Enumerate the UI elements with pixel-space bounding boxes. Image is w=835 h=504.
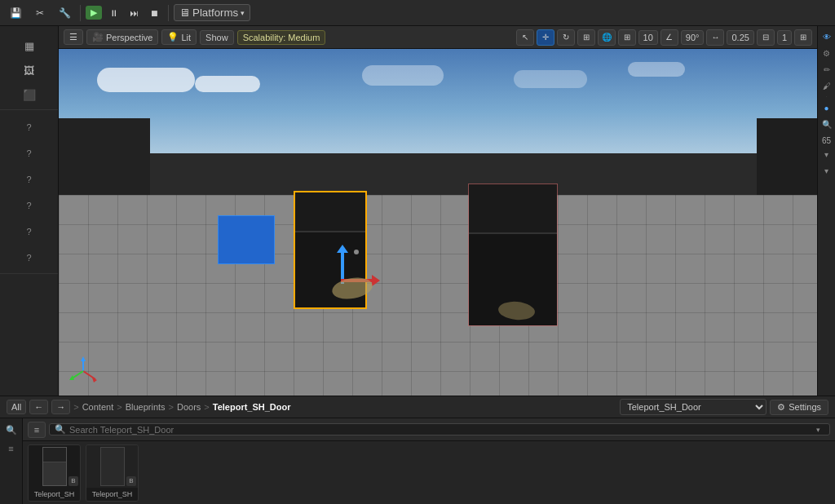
edit-button[interactable]: ✂ (29, 5, 51, 21)
right-settings-button[interactable]: ⚙ (820, 46, 834, 60)
lit-button[interactable]: 💡 Lit (161, 29, 197, 45)
right-search-button[interactable]: 🔍 (820, 117, 834, 131)
top-toolbar: 💾 ✂ 🔧 ▶ ⏸ ⏭ ⏹ 🖥 Platforms ▾ (0, 0, 835, 26)
sidebar-viewport-btn[interactable]: 🖼 (13, 59, 46, 82)
save-button[interactable]: 💾 (5, 5, 26, 21)
breadcrumb-blueprints[interactable]: Blueprints (126, 402, 166, 412)
nav-back-button[interactable]: ← (29, 400, 48, 414)
show-label: Show (205, 33, 228, 42)
content-browser-toolbar: ≡ 🔍 ▾ (23, 418, 835, 441)
right-edit-button[interactable]: ✏ (820, 62, 834, 77)
right-number-1: 65 (822, 136, 831, 145)
floor (59, 195, 817, 396)
door-shelf-top (295, 192, 365, 232)
viewport-toolbar: ☰ 🎥 Perspective 💡 Lit Show Scalability: … (59, 26, 817, 49)
perspective-button[interactable]: 🎥 Perspective (86, 29, 158, 45)
more-button[interactable]: ⊞ (794, 29, 812, 46)
grid-button[interactable]: ⊞ (618, 29, 636, 46)
scale-tool-button[interactable]: ⊞ (577, 29, 595, 46)
breadcrumb-sep-4: > (204, 402, 209, 412)
layer-value[interactable]: 1 (777, 30, 792, 45)
breadcrumb-current[interactable]: Teleport_SH_Door (213, 402, 291, 412)
viewport-container: ☰ 🎥 Perspective 💡 Lit Show Scalability: … (59, 26, 817, 396)
stop-button[interactable]: ⏹ (146, 7, 163, 20)
settings-button[interactable]: ⚙ Settings (770, 400, 828, 415)
search-input[interactable] (69, 425, 808, 435)
separator-1 (80, 5, 81, 21)
breadcrumb-sep-1: > (73, 402, 78, 412)
content-browser: 🔍 ≡ ≡ 🔍 ▾ (0, 418, 835, 504)
pause-button[interactable]: ⏸ (105, 7, 122, 20)
settings-icon: ⚙ (777, 402, 785, 413)
select-tool-button[interactable]: ↖ (516, 29, 534, 46)
play-icon: ▶ (91, 7, 97, 18)
pause-icon: ⏸ (109, 8, 118, 18)
cloud-1 (97, 68, 195, 92)
content-item-1[interactable]: B Teleport_SH (28, 444, 81, 502)
all-button[interactable]: All (7, 400, 26, 414)
mode-icon: 🔧 (58, 7, 71, 20)
perspective-label: Perspective (106, 33, 152, 42)
scalability-button[interactable]: Scalability: Medium (237, 30, 326, 45)
sidebar-item-5[interactable]: ? (13, 219, 46, 244)
search-dropdown-icon[interactable]: ▾ (811, 426, 824, 434)
sidebar-item-1[interactable]: ? (13, 115, 46, 139)
right-eye-button[interactable]: 👁 (820, 29, 834, 44)
skip-button[interactable]: ⏭ (126, 7, 143, 20)
breadcrumb-content[interactable]: Content (82, 402, 114, 412)
angle-icon[interactable]: ∠ (660, 29, 678, 46)
content-item-1-thumb: B (29, 445, 80, 488)
move-tool-button[interactable]: ✛ (537, 29, 554, 46)
sidebar-item-4[interactable]: ? (13, 193, 46, 218)
search-icon: 🔍 (55, 424, 66, 435)
show-button[interactable]: Show (200, 30, 234, 45)
scale-value-button[interactable]: 0.25 (727, 30, 753, 45)
scale-icon[interactable]: ↔ (706, 29, 724, 46)
right-expand-1-button[interactable]: ▾ (820, 147, 834, 161)
breadcrumb-dropdown[interactable]: Teleport_SH_Door (620, 399, 767, 415)
grid-size-value: 10 (643, 33, 653, 42)
sidebar-layout-btn[interactable]: ⬛ (13, 83, 46, 106)
sidebar-item-3[interactable]: ? (13, 167, 46, 192)
viewport-3d[interactable] (59, 49, 817, 396)
cloud-5 (628, 62, 685, 77)
mode-button[interactable]: 🔧 (54, 5, 75, 21)
content-item-2-thumb: B (86, 445, 138, 488)
content-item-2[interactable]: B Teleport_SH (86, 444, 139, 502)
door-thumb-1-visual (42, 447, 67, 486)
lit-label: Lit (181, 33, 191, 42)
cb-filter-btn[interactable]: ≡ (3, 440, 20, 457)
right-expand-2-button[interactable]: ▾ (820, 163, 834, 178)
nav-forward-button[interactable]: → (51, 400, 70, 414)
sidebar-section-top: ▦ 🖼 ⬛ (0, 31, 58, 110)
right-paint-button[interactable]: 🖌 (820, 78, 834, 93)
sidebar-item-2[interactable]: ? (13, 141, 46, 166)
content-browser-items: B Teleport_SH B T (23, 441, 835, 504)
all-label: All (11, 402, 21, 412)
breadcrumb-doors[interactable]: Doors (177, 402, 201, 412)
sidebar-mode-btn[interactable]: ▦ (13, 34, 46, 57)
platforms-button[interactable]: 🖥 Platforms ▾ (174, 4, 250, 21)
grid-size-button[interactable]: 10 (638, 30, 658, 45)
world-button[interactable]: 🌐 (598, 29, 616, 46)
cb-search-btn[interactable]: 🔍 (3, 422, 20, 438)
cb-filter-icon-btn[interactable]: ≡ (28, 422, 46, 438)
rotate-tool-button[interactable]: ↻ (557, 29, 575, 46)
axis-indicator (67, 355, 99, 387)
cloud-4 (514, 70, 587, 88)
content-item-2-text: Teleport_SH (92, 490, 133, 498)
edit-icon: ✂ (33, 7, 46, 20)
sidebar-item-6[interactable]: ? (13, 245, 46, 270)
angle-value-button[interactable]: 90° (681, 30, 705, 45)
thumb-icon-1: B (68, 476, 78, 486)
bottom-section: All ← → > Content > Blueprints > Doors >… (0, 396, 835, 504)
content-browser-main: ≡ 🔍 ▾ B (23, 418, 835, 504)
play-button[interactable]: ▶ (86, 6, 102, 20)
svg-line-2 (83, 371, 95, 379)
layer-button[interactable]: ⊟ (757, 29, 775, 46)
content-browser-left-tools: 🔍 ≡ (0, 418, 23, 504)
breadcrumb-sep-3: > (169, 402, 174, 412)
sidebar-section-middle: ? ? ? ? ? ? (0, 112, 58, 274)
right-blue-button[interactable]: ● (820, 100, 834, 115)
viewport-menu-button[interactable]: ☰ (64, 29, 83, 45)
